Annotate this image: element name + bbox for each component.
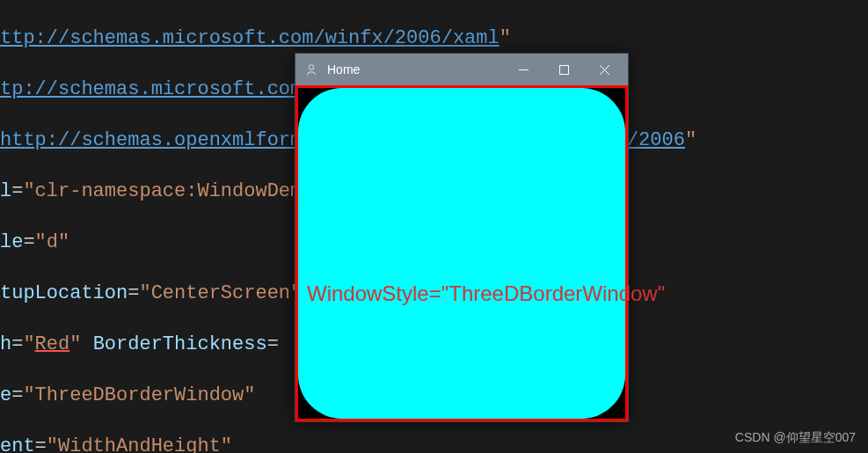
window-body: WindowStyle="ThreeDBorderWindow" — [295, 85, 628, 421]
maximize-icon — [559, 65, 569, 75]
svg-point-0 — [309, 65, 313, 69]
app-window[interactable]: Home WindowStyle="ThreeDBorderWindow" — [295, 53, 629, 422]
close-button[interactable] — [584, 54, 624, 85]
window-controls — [503, 54, 624, 85]
watermark: CSDN @仰望星空007 — [735, 430, 856, 446]
minimize-button[interactable] — [503, 54, 543, 85]
window-title: Home — [327, 62, 503, 77]
close-icon — [600, 65, 609, 75]
maximize-button[interactable] — [543, 54, 584, 85]
titlebar[interactable]: Home — [295, 54, 628, 85]
minimize-icon — [519, 65, 529, 75]
rounded-rectangle — [298, 88, 625, 419]
overlay-label: WindowStyle="ThreeDBorderWindow" — [307, 281, 665, 306]
app-icon — [304, 62, 318, 77]
code-text: ttp://schemas.microsoft.com/winfx/2006/x… — [0, 27, 500, 49]
svg-rect-2 — [559, 65, 568, 74]
